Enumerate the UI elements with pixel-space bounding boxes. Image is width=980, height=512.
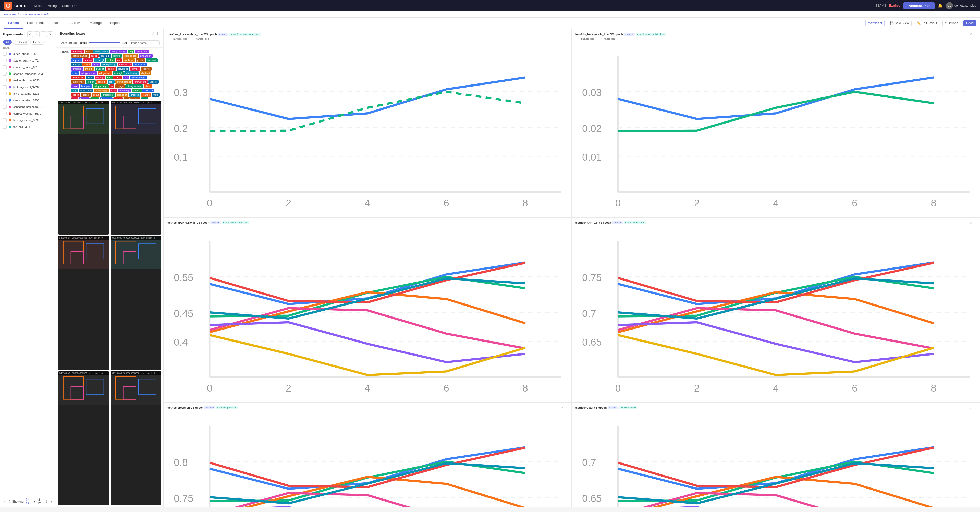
label-tag[interactable]: car — [116, 59, 122, 62]
exp-checkbox[interactable] — [3, 105, 6, 109]
purchase-plan-button[interactable]: Purchase Plan — [904, 2, 935, 9]
experiment-item[interactable]: bottom_newel_9726 — [0, 84, 56, 91]
label-tag[interactable]: orange-gt — [116, 93, 129, 97]
label-tag[interactable]: chair — [71, 72, 80, 75]
label-tag[interactable]: pizza — [144, 84, 152, 88]
page-prev-btn[interactable]: ⟨ — [9, 499, 10, 504]
save-view-button[interactable]: 💾 Save View — [888, 20, 912, 26]
label-tag[interactable]: zebra — [106, 59, 115, 62]
options-button[interactable]: ≡ Options — [942, 20, 960, 26]
experiment-item[interactable]: clean_molding_8608 — [0, 97, 56, 103]
image-cell[interactable]: 04818f8a7 / 000000000575_curr_epoch_0 — [58, 371, 109, 505]
exp-checkbox[interactable] — [3, 85, 6, 89]
sidebar-tool-filter[interactable]: ⚙ — [27, 32, 33, 37]
notification-icon[interactable]: 🔔 — [938, 3, 943, 8]
label-tag[interactable]: cup — [71, 89, 78, 92]
page-last-btn[interactable]: ⟩⟩ — [49, 499, 52, 504]
experiment-item[interactable]: sporting_tangerine_2333 — [0, 70, 56, 77]
y-metric-tag[interactable]: y:metrics/mAP_6.5 — [624, 221, 646, 224]
image-cell[interactable]: 04818f8a7 / 000000000092_curr_epoch_0 — [110, 236, 161, 370]
label-tag[interactable]: bench — [71, 93, 81, 97]
y-metric-tag[interactable]: y:train/box_loss,val/box_loss — [229, 33, 261, 36]
x-epoch-tag[interactable]: x:epoch — [612, 221, 623, 224]
x-epoch-tag[interactable]: x:epoch — [204, 406, 215, 409]
more-icon[interactable]: ⋮ — [974, 221, 977, 224]
y-metric-tag[interactable]: y:metrics/precision — [216, 406, 238, 409]
sidebar-tool-close[interactable]: ✕ — [47, 32, 53, 37]
exp-checkbox[interactable] — [3, 92, 6, 95]
more-icon[interactable]: ⋮ — [974, 32, 977, 36]
label-tag[interactable]: cake-gt — [97, 80, 107, 84]
logo[interactable]: comet — [4, 2, 28, 10]
label-tag[interactable]: snowboard-gt — [115, 80, 132, 84]
label-tag[interactable]: train — [152, 93, 159, 97]
label-tag[interactable]: bench-gt — [142, 89, 154, 92]
label-tag[interactable]: carrot — [83, 63, 91, 66]
tab-archive[interactable]: Archive — [66, 17, 86, 29]
image-cell[interactable]: 04818f8a7 / 000000000540_curr_epoch_1 — [110, 101, 161, 235]
tab-notes[interactable]: Notes — [49, 17, 66, 29]
exp-checkbox[interactable] — [3, 112, 6, 115]
label-tag[interactable]: bowl — [92, 63, 100, 66]
label-tag[interactable]: potted plant — [123, 54, 138, 58]
metrics-dropdown[interactable]: metrics ▾ — [865, 20, 885, 26]
y-metric-tag[interactable]: y:train/cls_loss,val/cls_loss — [636, 33, 666, 36]
label-tag[interactable]: person-gt — [71, 50, 84, 53]
nav-pricing[interactable]: Pricing — [47, 4, 57, 8]
expand-icon[interactable]: ⤢ — [561, 221, 564, 224]
label-tag[interactable]: bowl-gt — [71, 63, 82, 66]
tab-panels[interactable]: Panels — [4, 17, 23, 29]
image-cell[interactable]: 04818f8a7 / 000000000428_curr_epoch_0 — [58, 101, 109, 235]
label-tag[interactable]: dining table — [79, 89, 94, 92]
experiment-item[interactable]: alive_satsuma_6221 — [0, 91, 56, 97]
image-cell[interactable]: 04818f8a7 / 000000000208_curr_epoch_0 — [110, 371, 161, 505]
label-tag[interactable]: handbag-gt — [94, 89, 109, 92]
experiment-item[interactable]: confident_hatchback_9751 — [0, 103, 56, 110]
nav-docs[interactable]: Docs — [34, 4, 41, 8]
label-tag[interactable]: train-gt — [84, 67, 94, 71]
label-tag[interactable]: broccoli — [129, 93, 140, 97]
more-icon[interactable]: ⋮ — [565, 32, 568, 36]
label-tag[interactable]: umbrella — [71, 67, 83, 71]
y-metric-tag[interactable]: y:metrics/mAP_0.5:0.95 — [222, 221, 249, 224]
x-epoch-tag[interactable]: x:epoch — [210, 221, 221, 224]
breadcrumb-project[interactable]: comet-example-yolov5 — [21, 13, 49, 16]
label-tag[interactable]: laptop-gt — [80, 84, 92, 88]
label-tag[interactable]: bus — [106, 76, 113, 80]
label-tag[interactable]: orange — [141, 93, 151, 97]
expand-icon[interactable]: ⤢ — [561, 32, 564, 36]
score-slider[interactable] — [89, 42, 120, 43]
x-epoch-tag[interactable]: x:epoch — [218, 33, 229, 36]
label-tag[interactable]: vase-gt — [148, 80, 159, 84]
label-tag[interactable]: cat — [123, 76, 129, 80]
label-tag[interactable]: remote-gt — [118, 89, 131, 92]
label-tag[interactable]: motorcycle-gt — [130, 76, 147, 80]
label-tag[interactable]: giraffe-gt — [123, 59, 135, 62]
expand-icon[interactable]: ⤢ — [969, 221, 972, 224]
label-tag[interactable]: person — [83, 59, 94, 62]
label-tag[interactable]: truck-gt — [95, 67, 105, 71]
more-icon[interactable]: ⋮ — [565, 221, 568, 224]
bb-more-icon[interactable]: ⋮ — [156, 32, 159, 35]
edit-layout-button[interactable]: ✏️ Edit Layout — [915, 20, 939, 26]
experiment-item[interactable]: crimson_panel_691 — [0, 64, 56, 70]
label-tag[interactable]: snowboard — [133, 80, 148, 84]
label-tag[interactable]: airplane — [71, 59, 83, 62]
experiment-item[interactable]: dutch_durian_7652 — [0, 51, 56, 57]
tab-experiments[interactable]: Experiments — [23, 17, 49, 29]
label-tag[interactable]: potted plant-gt — [71, 54, 89, 58]
sidebar-tool-more[interactable]: ⋯ — [41, 32, 46, 37]
breadcrumb-examples[interactable]: examples — [4, 13, 16, 16]
exp-checkbox[interactable] — [3, 125, 6, 129]
label-tag[interactable]: oven-gt — [113, 72, 124, 75]
label-tag[interactable]: fork — [108, 80, 115, 84]
label-tag[interactable]: spoon-gt — [146, 59, 158, 62]
label-tag[interactable]: fork-gt — [86, 80, 96, 84]
label-tag[interactable]: zebra-gt — [94, 59, 105, 62]
label-tag[interactable]: motorcycle — [71, 80, 86, 84]
exp-checkbox[interactable] — [3, 65, 6, 69]
expand-icon[interactable]: ⤢ — [969, 405, 972, 409]
label-tag[interactable]: refrigerator — [98, 72, 112, 75]
nav-contact[interactable]: Contact Us — [62, 4, 78, 8]
label-tag[interactable]: dog-gt — [106, 67, 116, 71]
